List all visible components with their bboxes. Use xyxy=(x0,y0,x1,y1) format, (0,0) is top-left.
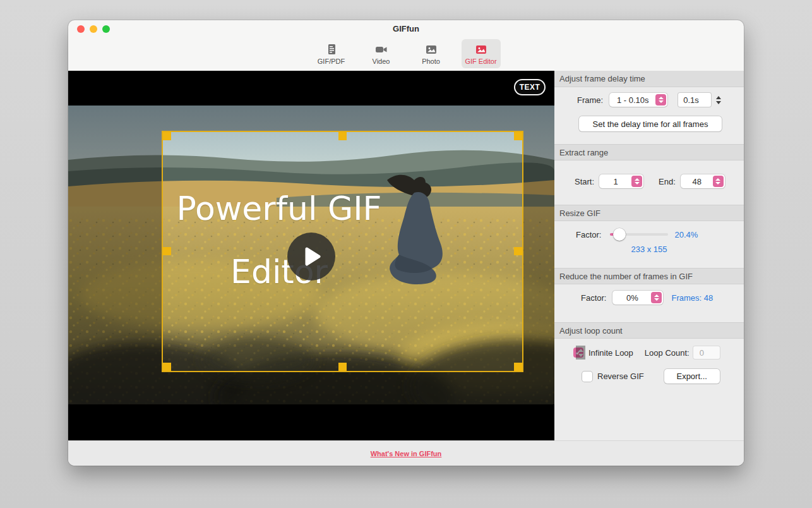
stepper-icon[interactable] xyxy=(713,176,724,187)
app-window: GIFfun GIF/PDF Video Photo GIF Editor xyxy=(68,20,744,466)
stepper-icon[interactable] xyxy=(631,176,642,187)
export-button[interactable]: Export... xyxy=(664,369,720,384)
end-label: End: xyxy=(659,177,676,186)
section-header-loop-count: Adjust loop count xyxy=(554,322,744,339)
tab-label: Photo xyxy=(422,57,440,65)
toolbar: GIF/PDF Video Photo GIF Editor xyxy=(68,37,744,71)
crop-selection-rect[interactable] xyxy=(162,131,523,372)
set-delay-all-frames-button[interactable]: Set the delay time for all frames xyxy=(579,116,722,131)
delay-stepper-icon[interactable] xyxy=(713,93,723,107)
loop-count-value: 0 xyxy=(700,348,704,358)
tab-label: GIF Editor xyxy=(465,57,496,65)
stepper-icon[interactable] xyxy=(651,292,662,303)
crop-handle-bottom-right[interactable] xyxy=(514,363,522,371)
frames-count-info: Frames: 48 xyxy=(671,293,713,303)
reduce-factor-label: Factor: xyxy=(581,293,606,303)
delay-time-value: 0.1s xyxy=(683,95,699,105)
crop-dim-overlay xyxy=(523,131,554,372)
resize-dimensions-value: 233 x 155 xyxy=(554,245,744,254)
crop-handle-bottom-middle[interactable] xyxy=(338,363,347,371)
reverse-gif-checkbox[interactable]: ✓ xyxy=(582,372,592,382)
end-frame-select[interactable]: 48 xyxy=(681,174,725,188)
crop-handle-top-left[interactable] xyxy=(163,132,171,140)
zoom-window-button[interactable] xyxy=(102,25,110,33)
resize-factor-label: Factor: xyxy=(576,230,601,239)
tab-gif-editor[interactable]: GIF Editor xyxy=(462,39,501,68)
crop-dim-overlay xyxy=(68,372,554,404)
section-header-reduce-frames: Reduce the number of frames in GIF xyxy=(554,268,744,284)
section-header-resize: Resize GIF xyxy=(554,205,744,221)
tab-gif-pdf[interactable]: GIF/PDF xyxy=(312,39,351,68)
minimize-window-button[interactable] xyxy=(90,25,97,33)
sidebar: Adjust frame delay time Frame: 1 - 0.10s… xyxy=(554,71,744,440)
gif-preview-canvas[interactable]: Powerful GIF Editor TEXT xyxy=(68,71,554,440)
tab-photo[interactable]: Photo xyxy=(412,39,451,68)
frame-label: Frame: xyxy=(577,95,603,105)
frame-select[interactable]: 1 - 0.10s xyxy=(609,93,667,107)
infinite-loop-label: Infinite Loop xyxy=(588,348,633,358)
loop-count-stepper-icon[interactable] xyxy=(576,346,585,360)
whats-new-link[interactable]: What's New in GIFfun xyxy=(371,450,442,457)
start-frame-select[interactable]: 1 xyxy=(599,174,643,188)
stepper-icon[interactable] xyxy=(655,94,666,106)
crop-handle-middle-left[interactable] xyxy=(163,247,171,255)
loop-count-input[interactable]: 0 xyxy=(693,346,720,359)
crop-dim-overlay xyxy=(68,106,554,131)
crop-dim-overlay xyxy=(68,131,162,372)
gif-editor-photo-icon xyxy=(474,43,488,56)
titlebar: GIFfun xyxy=(68,20,744,37)
window-title: GIFfun xyxy=(68,20,744,38)
crop-handle-middle-right[interactable] xyxy=(514,247,522,255)
delay-time-input[interactable]: 0.1s xyxy=(678,93,711,107)
resize-factor-slider[interactable] xyxy=(610,228,668,241)
section-header-frame-delay: Adjust frame delay time xyxy=(554,71,744,87)
tab-label: Video xyxy=(373,57,390,65)
crop-handle-top-right[interactable] xyxy=(514,132,522,140)
section-header-extract-range: Extract range xyxy=(554,144,744,160)
document-icon xyxy=(325,43,338,56)
video-camera-icon xyxy=(374,43,388,56)
traffic-lights xyxy=(77,25,110,33)
photo-icon xyxy=(424,43,438,56)
crop-handle-bottom-left[interactable] xyxy=(163,363,171,371)
loop-count-label: Loop Count: xyxy=(645,348,690,358)
slider-knob[interactable] xyxy=(613,228,626,241)
tab-label: GIF/PDF xyxy=(318,57,345,65)
resize-percent-value: 20.4% xyxy=(674,230,698,239)
crop-handle-top-middle[interactable] xyxy=(338,132,347,140)
close-window-button[interactable] xyxy=(77,25,85,33)
footer-bar: What's New in GIFfun xyxy=(68,440,744,466)
tab-video[interactable]: Video xyxy=(362,39,401,68)
start-label: Start: xyxy=(575,177,594,186)
reduce-factor-select[interactable]: 0% xyxy=(612,291,663,305)
reverse-gif-label: Reverse GIF xyxy=(597,372,644,381)
add-text-button[interactable]: TEXT xyxy=(514,79,546,95)
